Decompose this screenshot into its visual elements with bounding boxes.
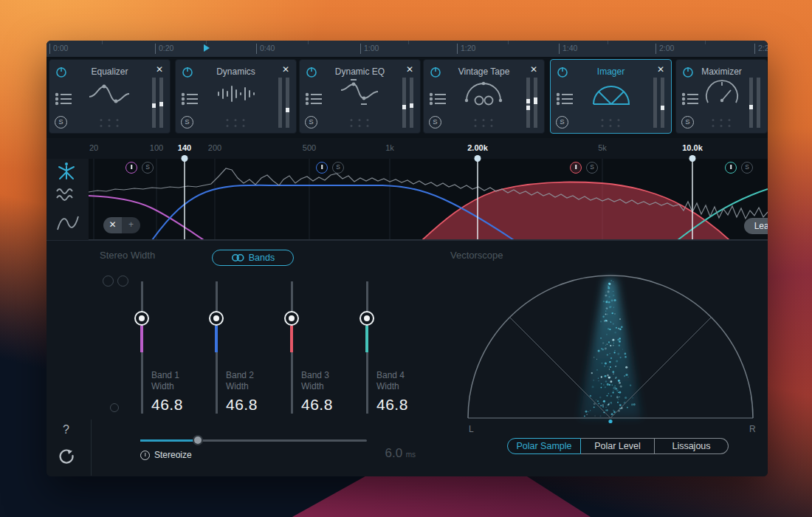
band-1-power-chip[interactable]: [125, 162, 137, 174]
timeline-minor-tick: [608, 41, 608, 44]
reset-icon[interactable]: [57, 448, 76, 470]
drag-grip[interactable]: [474, 119, 494, 127]
close-icon[interactable]: ✕: [530, 64, 537, 75]
band-2-solo-chip[interactable]: S: [332, 162, 344, 174]
crossover-freq-tick[interactable]: 2.00k: [467, 143, 488, 152]
solo-button[interactable]: S: [305, 116, 317, 129]
band-4-solo-chip[interactable]: S: [741, 162, 753, 174]
band-3-power-chip[interactable]: [570, 162, 582, 174]
crossover-edit-group: ✕ +: [103, 217, 140, 233]
band-3-solo-chip[interactable]: S: [586, 162, 598, 174]
close-icon[interactable]: ✕: [156, 64, 163, 75]
drag-grip[interactable]: [601, 119, 621, 127]
band-width-value[interactable]: 46.8: [151, 396, 218, 414]
drag-grip[interactable]: [712, 119, 732, 127]
stereoize-control: Stereoize: [140, 450, 192, 460]
crossover-handle[interactable]: [689, 155, 696, 162]
preset-list-icon[interactable]: [182, 92, 199, 109]
imager-icon: [588, 78, 635, 113]
spectrum-graph[interactable]: [89, 159, 768, 240]
bands-link-button[interactable]: Bands: [212, 250, 294, 266]
preset-list-icon[interactable]: [682, 92, 700, 109]
band-param: Width: [226, 381, 292, 392]
preset-list-icon[interactable]: [557, 92, 574, 109]
module-card-dynamics[interactable]: Dynamics ✕ S: [175, 59, 297, 134]
help-icon[interactable]: ?: [63, 423, 69, 436]
sine-view-icon[interactable]: [55, 213, 79, 236]
band-1-readout: Band 1 Width 46.8: [151, 370, 218, 414]
dynamics-icon: [213, 78, 260, 113]
slider-handle[interactable]: [209, 311, 224, 326]
module-card-dynamic-eq[interactable]: Dynamic EQ ✕ S: [299, 59, 421, 134]
waves-view-icon[interactable]: [55, 187, 76, 206]
module-card-maximizer[interactable]: Maximizer S: [675, 59, 768, 134]
mode-lissajous-button[interactable]: Lissajous: [655, 438, 729, 454]
freq-tick: 200: [208, 143, 221, 152]
close-icon[interactable]: ✕: [657, 64, 664, 75]
ozone-plugin-window: 0:00 0:20 0:40 1:00 1:20 1:40 2:00 2:20 …: [47, 41, 768, 476]
maximizer-icon: [698, 78, 746, 113]
stereoize-power-icon[interactable]: [140, 451, 150, 460]
band-width-value[interactable]: 46.8: [226, 396, 292, 414]
band-width-value[interactable]: 46.8: [301, 396, 368, 414]
solo-button[interactable]: S: [556, 116, 568, 129]
band-1-solo-chip[interactable]: S: [142, 162, 154, 174]
band-2-power-chip[interactable]: [316, 162, 328, 174]
module-meters: [402, 78, 413, 128]
stereoize-slider[interactable]: [140, 439, 367, 442]
drag-grip[interactable]: [100, 119, 120, 127]
timeline-label: 2:00: [656, 44, 674, 54]
solo-button[interactable]: S: [429, 116, 441, 129]
solo-button[interactable]: S: [681, 116, 694, 129]
solo-button[interactable]: S: [55, 116, 67, 129]
module-chain: Equalizer ✕ S Dynamics ✕ S: [47, 58, 768, 138]
right-channel-label: R: [749, 424, 756, 434]
band-4-power-chip[interactable]: [725, 162, 737, 174]
timeline-label: 0:20: [155, 44, 173, 54]
crossover-handle[interactable]: [475, 155, 481, 162]
stereoize-handle[interactable]: [193, 435, 203, 445]
drag-grip[interactable]: [226, 119, 246, 127]
spectrum-svg: [89, 159, 768, 240]
timeline-minor-tick: [308, 41, 309, 44]
playhead-marker[interactable]: [204, 44, 210, 52]
crossover-handle[interactable]: [182, 155, 188, 162]
preset-list-icon[interactable]: [306, 92, 323, 109]
timeline-label: 0:40: [256, 44, 275, 54]
preset-list-icon[interactable]: [430, 92, 447, 109]
slider-color-segment: [365, 326, 368, 352]
module-card-vintage-tape[interactable]: Vintage Tape ✕ S: [423, 59, 545, 134]
drag-grip[interactable]: [350, 119, 370, 127]
mode-polar-sample-button[interactable]: Polar Sample: [507, 438, 581, 454]
vectorscope-mode-group: Polar Sample Polar Level Lissajous: [507, 438, 729, 454]
balance-dot: [608, 420, 612, 423]
slider-handle[interactable]: [134, 311, 149, 326]
mode-polar-level-button[interactable]: Polar Level: [581, 438, 655, 454]
add-crossover-button[interactable]: +: [122, 217, 140, 233]
module-meters: [526, 78, 537, 128]
remove-crossover-button[interactable]: ✕: [103, 217, 122, 233]
band-width-value[interactable]: 46.8: [376, 396, 443, 414]
slider-handle[interactable]: [284, 311, 299, 326]
slider-handle[interactable]: [359, 311, 374, 326]
module-card-imager[interactable]: Imager ✕ S: [550, 59, 672, 134]
link-icon: [231, 253, 244, 262]
timeline-label: 2:20: [754, 44, 768, 54]
equalizer-icon: [86, 78, 134, 113]
vintage-tape-icon: [461, 78, 508, 113]
learn-button[interactable]: Learn: [744, 218, 768, 234]
module-title: Vintage Tape: [424, 66, 544, 77]
crossover-freq-tick[interactable]: 10.0k: [682, 143, 703, 152]
stereoize-value[interactable]: 6.0 ms: [357, 446, 416, 461]
left-channel-label: L: [469, 424, 474, 434]
close-icon[interactable]: ✕: [406, 64, 413, 75]
timeline-strip[interactable]: 0:00 0:20 0:40 1:00 1:20 1:40 2:00 2:20: [47, 41, 768, 58]
preset-list-icon[interactable]: [55, 92, 73, 109]
polar-view-icon[interactable]: [55, 161, 78, 185]
frequency-ruler[interactable]: 20 100 140 200 500 1k 2.00k 5k 10.0k: [47, 138, 768, 159]
module-card-equalizer[interactable]: Equalizer ✕ S: [49, 59, 171, 134]
crossover-freq-tick[interactable]: 140: [178, 143, 191, 152]
solo-button[interactable]: S: [181, 116, 193, 129]
close-icon[interactable]: ✕: [282, 64, 289, 75]
stereo-width-title: Stereo Width: [100, 250, 155, 261]
